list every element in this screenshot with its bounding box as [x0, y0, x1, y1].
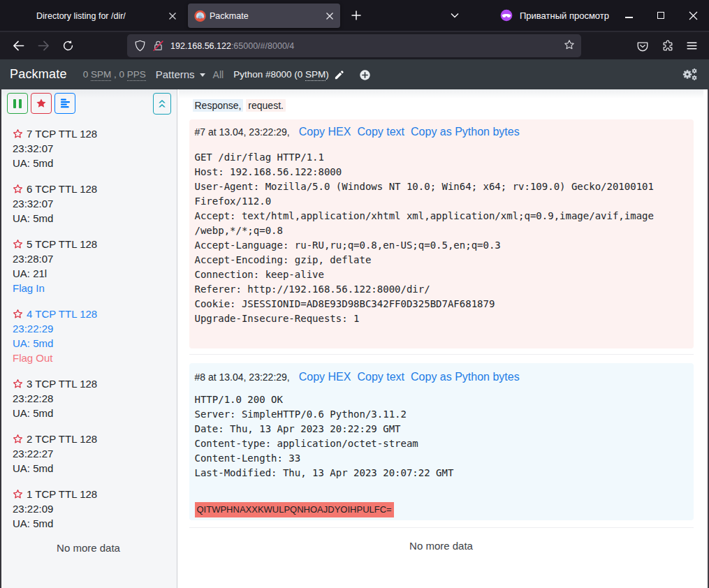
pattern-text: Python #8000 (0: [233, 69, 305, 80]
tab-close-icon[interactable]: [167, 10, 178, 22]
tab-title: Packmate: [210, 11, 249, 21]
direction-legend: Response, request.: [193, 98, 694, 113]
stream-user-agent: UA: 5md: [13, 406, 173, 420]
packet-timestamp: #8 at 13.04, 23:22:29,: [195, 372, 290, 383]
stream-detail-panel: Response, request. #7 at 13.04, 23:22:29…: [179, 89, 704, 588]
list-all-tabs-chevron-icon[interactable]: [449, 10, 460, 21]
copy-python-bytes-link[interactable]: Copy as Python bytes: [411, 126, 520, 138]
favorite-star-icon[interactable]: [13, 434, 23, 444]
stream-title: 2 TCP TTL 128: [27, 432, 97, 446]
copy-python-bytes-link[interactable]: Copy as Python bytes: [411, 371, 520, 383]
app-brand[interactable]: Packmate: [10, 67, 67, 82]
url-host: 192.168.56.122: [170, 41, 231, 51]
stream-item-2[interactable]: 2 TCP TTL 128 23:22:27 UA: 5md: [13, 432, 173, 476]
browser-toolbar: 192.168.56.122:65000/#/8000/4: [0, 31, 709, 59]
insecure-connection-lock-icon[interactable]: [152, 40, 164, 52]
flag-match-line: QITWPHNAXXKWULPQNHOAJDYOIHPULFC=: [195, 501, 688, 517]
url-bar[interactable]: 192.168.56.122:65000/#/8000/4: [127, 34, 581, 57]
bookmark-star-icon[interactable]: [564, 39, 575, 53]
stream-user-agent: UA: 5md: [13, 211, 173, 226]
stream-time: 23:22:27: [13, 446, 173, 461]
stream-user-agent: UA: 5md: [13, 156, 173, 170]
stream-time: 23:28:07: [13, 251, 173, 266]
stream-item-1[interactable]: 1 TCP TTL 128 23:22:09 UA: 5md: [13, 487, 173, 531]
settings-cogs-icon[interactable]: [682, 68, 697, 81]
active-pattern-label[interactable]: Python #8000 (0 SPM): [233, 69, 329, 80]
pause-icon: [13, 99, 22, 108]
stream-title: 7 TCP TTL 128: [27, 126, 97, 141]
favorite-star-icon[interactable]: [13, 489, 23, 499]
tab-packmate[interactable]: Packmate: [188, 3, 340, 28]
stream-user-agent: UA: 5md: [13, 461, 173, 476]
add-pattern-plus-circle-icon[interactable]: [359, 69, 371, 81]
tab-close-icon[interactable]: [324, 10, 335, 22]
new-tab-button[interactable]: [350, 9, 363, 22]
response-legend-chip: Response,: [193, 99, 244, 112]
pocket-icon[interactable]: [634, 38, 651, 54]
app-content: 7 TCP TTL 128 23:32:07 UA: 5md 6 TCP TTL…: [0, 89, 709, 588]
stream-title: 3 TCP TTL 128: [27, 376, 97, 391]
pattern-spm-unit: SPM: [305, 69, 326, 81]
pattern-text: ): [326, 69, 329, 80]
menu-hamburger-icon[interactable]: [683, 38, 700, 54]
favorite-star-icon[interactable]: [13, 309, 23, 319]
window-controls: [613, 0, 709, 31]
copy-hex-link[interactable]: Copy HEX: [299, 126, 351, 138]
double-chevron-up-icon: [157, 98, 167, 109]
stream-time: 23:22:28: [13, 391, 173, 406]
flag-out-badge[interactable]: Flag Out: [13, 351, 173, 365]
stream-item-5[interactable]: 5 TCP TTL 128 23:28:07 UA: 21l Flag In: [13, 237, 173, 295]
copy-text-link[interactable]: Copy text: [357, 126, 404, 138]
packet-content[interactable]: HTTP/1.0 200 OK Server: SimpleHTTP/0.6 P…: [195, 392, 688, 480]
favorite-star-icon[interactable]: [13, 239, 23, 249]
extensions-puzzle-icon[interactable]: [659, 38, 676, 54]
all-filter-link[interactable]: All: [213, 69, 224, 80]
stream-user-agent: UA: 5md: [13, 336, 173, 351]
stream-item-4-selected[interactable]: 4 TCP TTL 128 23:22:29 UA: 5md Flag Out: [13, 307, 173, 365]
flag-highlight[interactable]: QITWPHNAXXKWULPQNHOAJDYOIHPULFC=: [195, 502, 394, 517]
counter-value: , 0: [111, 69, 127, 80]
favorite-star-icon[interactable]: [13, 184, 23, 194]
edit-pattern-pencil-icon[interactable]: [334, 70, 344, 80]
stream-time: 23:22:09: [13, 501, 173, 516]
window-minimize-button[interactable]: [613, 0, 645, 31]
spm-pps-counter: 0 SPM , 0 PPS: [83, 69, 146, 80]
stream-item-7[interactable]: 7 TCP TTL 128 23:32:07 UA: 5md: [13, 126, 173, 170]
sidebar-toolbar: [7, 93, 173, 115]
streams-sidebar: 7 TCP TTL 128 23:32:07 UA: 5md 6 TCP TTL…: [0, 89, 177, 588]
packet-7: #7 at 13.04, 23:22:29,Copy HEXCopy textC…: [189, 119, 694, 355]
pause-capture-button[interactable]: [7, 93, 28, 114]
copy-hex-link[interactable]: Copy HEX: [299, 371, 351, 383]
stream-list-view-button[interactable]: [54, 93, 75, 114]
browser-tab-bar: Directory listing for /dir/ Packmate: [0, 0, 709, 31]
patterns-label: Patterns: [156, 68, 195, 80]
patterns-dropdown[interactable]: Patterns: [156, 68, 205, 80]
back-button[interactable]: [10, 38, 27, 54]
tracking-protection-shield-icon[interactable]: [134, 40, 146, 52]
packet-header: #8 at 13.04, 23:22:29,Copy HEXCopy textC…: [195, 369, 688, 385]
favorite-star-icon[interactable]: [13, 128, 23, 139]
packmate-favicon: [194, 10, 206, 22]
stream-item-3[interactable]: 3 TCP TTL 128 23:22:28 UA: 5md: [13, 376, 173, 420]
forward-button[interactable]: [35, 38, 52, 54]
window-close-button[interactable]: [677, 0, 709, 31]
copy-text-link[interactable]: Copy text: [357, 371, 404, 383]
stream-title: 6 TCP TTL 128: [27, 182, 97, 196]
packet-timestamp: #7 at 13.04, 23:22:29,: [195, 126, 290, 138]
window-maximize-button[interactable]: [645, 0, 677, 31]
packet-content[interactable]: GET /dir/flag HTTP/1.1 Host: 192.168.56.…: [195, 150, 688, 326]
stream-list: 7 TCP TTL 128 23:32:07 UA: 5md 6 TCP TTL…: [13, 126, 173, 542]
stream-title: 1 TCP TTL 128: [27, 487, 97, 501]
reload-button[interactable]: [59, 38, 76, 54]
favorite-star-icon[interactable]: [13, 378, 23, 389]
stream-time: 23:32:07: [13, 196, 173, 211]
packet-8: #8 at 13.04, 23:22:29,Copy HEXCopy textC…: [189, 363, 694, 528]
stream-item-6[interactable]: 6 TCP TTL 128 23:32:07 UA: 5md: [13, 182, 173, 226]
tab-directory-listing[interactable]: Directory listing for /dir/: [7, 3, 184, 28]
stream-time: 23:22:29: [13, 321, 173, 336]
spm-unit: SPM: [91, 69, 111, 81]
stream-time: 23:32:07: [13, 141, 173, 156]
favorites-filter-button[interactable]: [31, 93, 52, 114]
collapse-sidebar-button[interactable]: [153, 93, 171, 115]
flag-in-badge[interactable]: Flag In: [13, 281, 173, 295]
